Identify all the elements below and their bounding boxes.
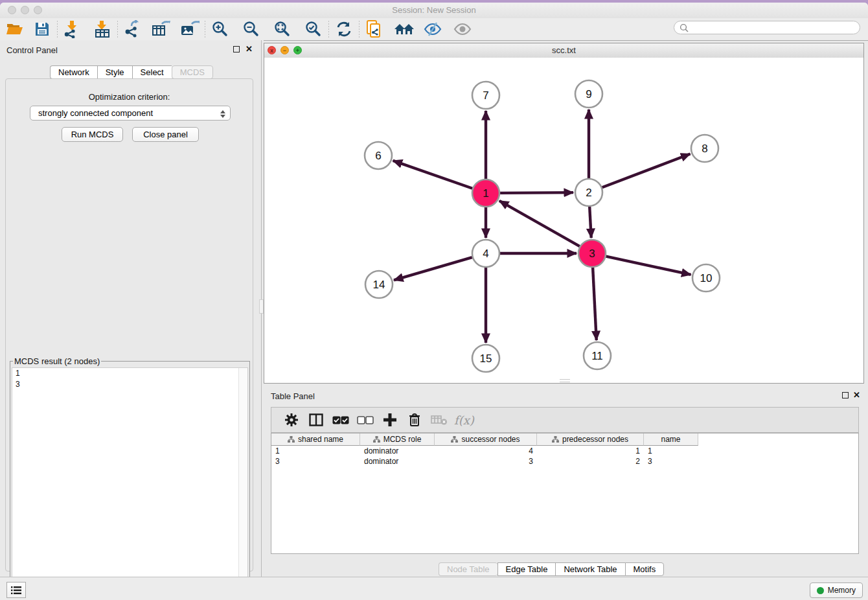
column-header-mcds-role[interactable]: MCDS role [360,433,435,446]
cell-mcds-role[interactable]: dominator [360,446,435,456]
zoom-selected-icon[interactable] [303,19,325,39]
column-header-shared-name[interactable]: shared name [271,433,360,446]
cell-predecessor-nodes[interactable]: 2 [537,456,644,467]
mcds-panel: Optimization criterion: strongly connect… [5,78,253,571]
graph-node-10[interactable]: 10 [692,264,720,292]
graph-node-9[interactable]: 9 [575,80,602,108]
graph-node-14[interactable]: 14 [365,271,393,298]
task-history-button[interactable] [6,582,26,598]
clone-network-icon[interactable] [363,19,385,39]
settings-gear-icon[interactable] [279,410,304,430]
run-mcds-button[interactable]: Run MCDS [62,127,123,142]
zoom-in-icon[interactable] [209,19,231,39]
cell-successor-nodes[interactable]: 4 [435,446,537,456]
tab-edge-table[interactable]: Edge Table [497,562,556,576]
divider-grip[interactable] [259,299,264,314]
optimization-criterion-dropdown[interactable]: strongly connected component [30,106,231,121]
tab-network-table[interactable]: Network Table [555,562,624,576]
tab-mcds[interactable]: MCDS [172,65,213,79]
graph-edge-3-1[interactable] [499,201,580,246]
graph-edge-1-6[interactable] [393,161,473,189]
graph-node-3[interactable]: 3 [578,240,606,267]
search-box[interactable] [674,21,860,34]
cell-name[interactable]: 1 [644,446,698,456]
zoom-fit-icon[interactable] [271,19,293,39]
network-resize-grip[interactable] [560,379,570,382]
import-network-icon[interactable] [62,19,84,39]
network-window-title: scc.txt [264,45,863,55]
select-all-checkboxes-icon[interactable] [328,410,353,430]
table-panel: Table Panel ✕ f(x) [264,386,868,579]
graph-edge-3-11[interactable] [593,268,597,340]
add-column-icon[interactable] [378,410,402,430]
control-panel-close-icon[interactable]: ✕ [246,46,253,52]
column-header-label: MCDS role [383,435,422,444]
graph-node-7[interactable]: 7 [472,82,499,109]
list-icon [11,586,21,595]
main-toolbar [0,18,868,41]
sort-icon [552,436,559,443]
save-icon[interactable] [31,19,53,39]
hide-panel-eye-icon[interactable] [422,19,444,39]
memory-button[interactable]: Memory [810,583,863,598]
svg-text:8: 8 [702,143,707,155]
column-header-label: name [661,435,680,444]
control-panel-float-icon[interactable] [233,46,240,52]
tab-node-table[interactable]: Node Table [439,562,497,576]
tab-motifs[interactable]: Motifs [625,562,665,576]
graph-edge-2-3[interactable] [589,207,591,238]
refresh-icon[interactable] [333,19,355,39]
column-header-label: shared name [298,435,343,444]
home-icon[interactable] [393,19,415,39]
graph-node-8[interactable]: 8 [691,135,718,162]
graph-node-6[interactable]: 6 [365,142,392,169]
zoom-out-icon[interactable] [240,19,262,39]
column-header-name[interactable]: name [644,433,698,446]
export-table-icon[interactable] [150,19,172,39]
result-scrollbar[interactable] [238,368,247,597]
cell-predecessor-nodes[interactable]: 1 [537,446,644,456]
open-folder-icon[interactable] [4,19,26,39]
table-row[interactable]: 1dominator411 [271,446,858,456]
graph-node-4[interactable]: 4 [472,240,499,267]
cell-shared-name[interactable]: 3 [271,456,360,467]
graph-node-1[interactable]: 1 [472,179,499,207]
column-header-predecessor-nodes[interactable]: predecessor nodes [537,433,644,446]
panel-divider[interactable] [259,40,264,579]
close-panel-button[interactable]: Close panel [132,127,199,142]
clear-checkboxes-icon[interactable] [353,410,378,430]
table-panel-close-icon[interactable]: ✕ [853,392,860,398]
graph-edge-1-2[interactable] [500,192,573,193]
graph-node-2[interactable]: 2 [575,179,602,206]
table-row[interactable]: 3dominator323 [271,456,858,467]
window-title: Session: New Session [0,5,868,15]
memory-status-dot [817,587,824,594]
table-panel-float-icon[interactable] [842,392,849,398]
export-network-icon[interactable] [122,19,144,39]
cell-mcds-role[interactable]: dominator [360,456,435,467]
svg-text:9: 9 [586,88,591,100]
tab-network[interactable]: Network [50,65,97,79]
network-window-titlebar[interactable]: x − + scc.txt [264,43,863,58]
app-window: Session: New Session [0,3,868,600]
graph-node-15[interactable]: 15 [472,345,499,372]
graph-edge-2-8[interactable] [602,154,691,188]
mcds-result-area[interactable]: 1 3 [12,367,248,597]
network-canvas[interactable]: 7968124314101511 [264,58,863,383]
graph-edge-4-14[interactable] [394,257,472,280]
import-table-icon[interactable] [91,19,113,39]
column-header-successor-nodes[interactable]: successor nodes [435,433,537,446]
split-columns-icon[interactable] [304,410,328,430]
tab-select[interactable]: Select [132,65,172,79]
search-input[interactable] [692,23,854,33]
cell-shared-name[interactable]: 1 [271,446,360,456]
delete-column-icon[interactable] [402,410,427,430]
graph-edge-3-10[interactable] [606,257,691,275]
cell-successor-nodes[interactable]: 3 [435,456,537,467]
graph-node-11[interactable]: 11 [584,342,611,369]
control-panel-title: Control Panel [6,45,58,55]
dropdown-value: strongly connected component [38,108,153,118]
export-image-icon[interactable] [179,19,201,39]
tab-style[interactable]: Style [97,65,132,79]
cell-name[interactable]: 3 [644,456,698,467]
